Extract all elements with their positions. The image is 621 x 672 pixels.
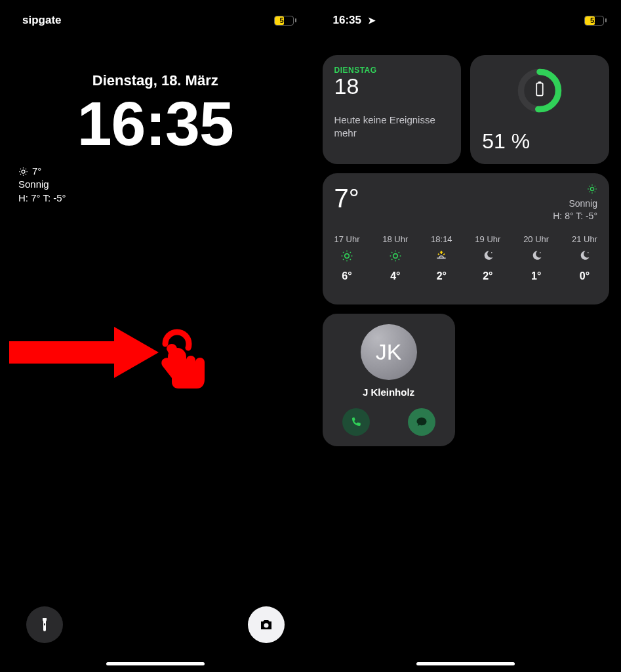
calendar-day: 18 — [334, 74, 450, 99]
contact-widget[interactable]: JK J Kleinholz — [323, 314, 455, 446]
sun-icon — [340, 249, 353, 265]
lock-screen[interactable]: sipgate 51 Dienstag, 18. März 16:35 7° S… — [0, 0, 311, 672]
weather-widget[interactable]: 7° Sonnig H: 8° T: -5° 17 Uhr6°18 Uhr4°1… — [323, 173, 610, 304]
call-button[interactable] — [342, 408, 370, 436]
message-icon — [416, 416, 428, 428]
calendar-widget[interactable]: DIENSTAG 18 Heute keine Ereignisse mehr — [323, 55, 462, 164]
sunset-icon — [435, 249, 448, 265]
battery-widget[interactable]: 51 % — [470, 55, 609, 164]
lock-date: Dienstag, 18. März — [0, 72, 311, 89]
sun-icon — [18, 167, 28, 177]
contact-avatar: JK — [361, 324, 417, 380]
moon-icon — [481, 249, 494, 265]
weather-temp: 7° — [334, 184, 359, 213]
camera-icon — [258, 617, 274, 633]
home-indicator[interactable] — [106, 662, 205, 665]
svg-rect-18 — [536, 83, 543, 96]
svg-rect-19 — [538, 81, 542, 83]
forecast-temp: 6° — [342, 270, 351, 282]
flashlight-icon — [37, 617, 52, 633]
forecast-time: 18:14 — [431, 234, 452, 244]
moon-icon — [530, 249, 543, 265]
forecast-temp: 2° — [437, 270, 447, 282]
forecast-hour: 18 Uhr4° — [382, 234, 408, 282]
svg-point-5 — [22, 170, 25, 173]
weather-condition: Sonnig — [553, 198, 597, 210]
forecast-time: 19 Uhr — [475, 234, 500, 244]
svg-point-25 — [540, 252, 541, 253]
svg-marker-7 — [114, 327, 159, 378]
weather-condition: Sonnig — [18, 178, 311, 191]
status-bar: 16:35 ➤ 51 — [311, 0, 622, 33]
carrier-label: sipgate — [22, 14, 62, 27]
forecast-hour: 21 Uhr0° — [572, 234, 597, 282]
sun-icon — [389, 249, 402, 265]
weather-hilo: H: 8° T: -5° — [553, 210, 597, 222]
forecast-temp: 4° — [390, 270, 400, 282]
forecast-temp: 1° — [531, 270, 541, 282]
calendar-events: Heute keine Ereignisse mehr — [334, 114, 450, 139]
forecast-time: 18 Uhr — [382, 234, 408, 244]
svg-point-10 — [264, 623, 268, 628]
weather-temp: 7° — [32, 165, 41, 178]
forecast-hour: 20 Uhr1° — [523, 234, 549, 282]
annotation-overlay — [9, 315, 206, 423]
forecast-hour: 19 Uhr2° — [475, 234, 500, 282]
forecast-hour: 18:142° — [431, 234, 452, 282]
weather-hilo: H: 7° T: -5° — [18, 192, 311, 205]
svg-point-20 — [590, 187, 593, 190]
forecast-time: 17 Uhr — [334, 234, 360, 244]
status-bar: sipgate 51 — [0, 0, 311, 33]
svg-point-21 — [345, 253, 350, 258]
lock-time: 16:35 — [0, 88, 311, 159]
battery-percent: 51 % — [482, 129, 597, 154]
moon-icon — [578, 249, 591, 265]
svg-point-26 — [588, 252, 589, 253]
status-time: 16:35 — [333, 14, 361, 27]
forecast-time: 21 Uhr — [572, 234, 597, 244]
svg-rect-6 — [9, 341, 114, 364]
forecast-hour: 17 Uhr6° — [334, 234, 360, 282]
svg-point-22 — [393, 253, 397, 258]
home-indicator[interactable] — [416, 662, 515, 665]
today-view[interactable]: 16:35 ➤ 51 DIENSTAG 18 Heute keine Ereig… — [311, 0, 622, 672]
lock-weather-widget[interactable]: 7° Sonnig H: 7° T: -5° — [18, 165, 311, 205]
battery-indicator: 51 — [274, 16, 296, 26]
phone-icon — [350, 416, 362, 428]
svg-rect-9 — [44, 623, 45, 625]
svg-point-8 — [168, 348, 186, 366]
message-button[interactable] — [408, 408, 435, 436]
location-icon: ➤ — [368, 15, 376, 26]
flashlight-button[interactable] — [26, 606, 63, 643]
forecast-temp: 0° — [580, 270, 590, 282]
svg-marker-23 — [440, 250, 443, 252]
battery-indicator: 51 — [584, 16, 607, 26]
forecast-temp: 2° — [483, 270, 492, 282]
contact-name: J Kleinholz — [363, 387, 414, 398]
svg-point-24 — [491, 252, 492, 253]
sun-icon — [587, 184, 597, 194]
camera-button[interactable] — [248, 606, 285, 643]
hourly-forecast: 17 Uhr6°18 Uhr4°18:142°19 Uhr2°20 Uhr1°2… — [334, 234, 598, 282]
battery-ring — [515, 66, 565, 116]
forecast-time: 20 Uhr — [523, 234, 549, 244]
